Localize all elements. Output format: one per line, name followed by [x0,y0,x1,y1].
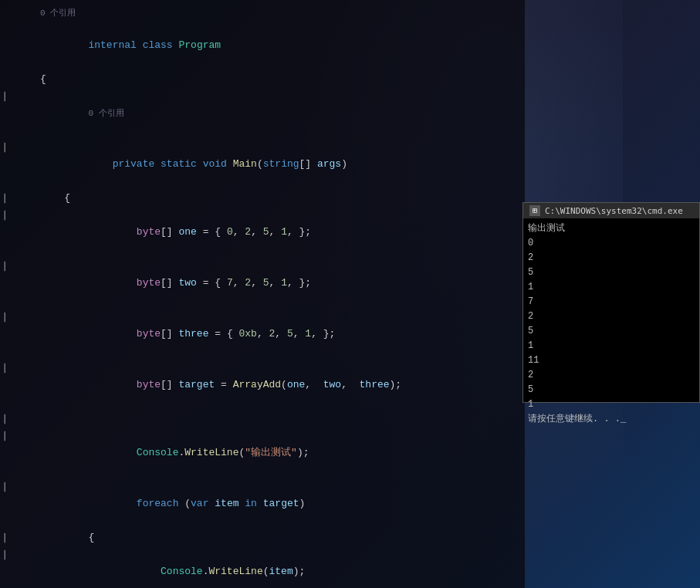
cmd-output-line-9: 11 [528,353,695,368]
code-line-empty1: │ [0,411,525,427]
cmd-output-line-7: 5 [528,324,695,339]
code-line-brace3: │ { [0,529,525,546]
cmd-output-line-1: 0 [528,236,695,251]
cmd-output-line-0: 输出测试 [528,221,695,236]
cmd-output-line-8: 1 [528,339,695,353]
code-line-writeline1: │ Console.WriteLine("输出测试"); [0,427,525,478]
cmd-output-line-3: 5 [528,265,695,280]
cmd-title: C:\WINDOWS\system32\cmd.exe [545,206,683,216]
cmd-titlebar: ⊞ C:\WINDOWS\system32\cmd.exe [523,203,699,218]
cmd-output-line-4: 1 [528,280,695,295]
cmd-body: 输出测试 0 2 5 1 7 2 5 1 11 2 5 1 请按任意键继续. .… [523,218,699,430]
code-line-brace-open: { [0,71,525,88]
code-line-writeline2: │ Console.WriteLine(item); [0,546,525,588]
cmd-output-line-13: 请按任意键继续. . ._ [528,412,695,427]
ref-count-1: 0 个引用 [0,6,525,20]
cmd-output-line-2: 2 [528,251,695,265]
code-line-target: │ byte[] target = ArrayAdd(one, two, thr… [0,360,525,411]
code-editor: 0 个引用 internal class Program { │ 0 个引用 │ [0,0,525,588]
code-line-two: │ byte[] two = { 7, 2, 5, 1, }; [0,258,525,309]
ref-count-2: │ 0 个引用 [0,88,525,139]
code-line-2: internal class Program [0,20,525,71]
code-content: 0 个引用 internal class Program { │ 0 个引用 │ [0,0,525,588]
cmd-output-line-12: 1 [528,397,695,412]
cmd-output-line-5: 7 [528,295,695,309]
code-line-foreach: │ foreach (var item in target) [0,478,525,529]
code-line-brace2: │ { [0,190,525,207]
cmd-output-line-11: 5 [528,383,695,397]
cmd-output-line-6: 2 [528,309,695,324]
code-line-one: │ byte[] one = { 0, 2, 5, 1, }; [0,207,525,258]
code-line-three: │ byte[] three = { 0xb, 2, 5, 1, }; [0,309,525,360]
code-line-main: │ private static void Main(string[] args… [0,139,525,190]
cmd-icon: ⊞ [529,205,540,216]
cmd-window: ⊞ C:\WINDOWS\system32\cmd.exe 输出测试 0 2 5… [522,202,700,403]
cmd-output-line-10: 2 [528,368,695,383]
